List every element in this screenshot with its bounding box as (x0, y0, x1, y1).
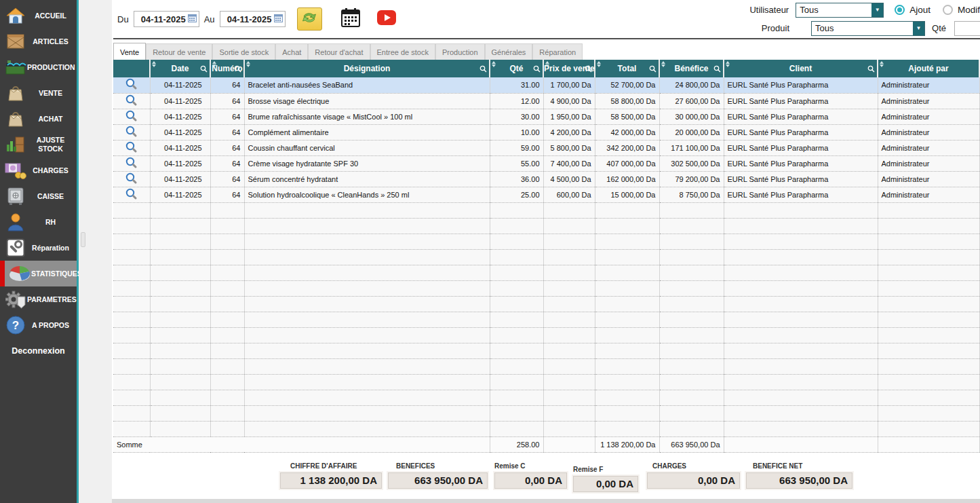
cell-benefice: 79 200,00 Da (659, 171, 724, 187)
col-designation[interactable]: Désignation (244, 60, 490, 77)
table-row[interactable]: 04-11-2025 64 Brume rafraîchissante visa… (113, 109, 979, 124)
sort-arrows-icon[interactable] (212, 61, 216, 67)
table-row[interactable]: 04-11-2025 64 Sérum concentré hydratant … (113, 171, 979, 187)
sort-arrows-icon[interactable] (726, 61, 730, 67)
chevron-down-icon[interactable]: ▼ (913, 22, 924, 35)
magnifier-icon[interactable] (125, 78, 138, 90)
search-icon[interactable] (479, 65, 487, 75)
calendar-icon (340, 7, 361, 31)
ajout-radio[interactable]: Ajout (895, 5, 930, 15)
search-icon[interactable] (200, 65, 208, 75)
cell-prix: 5 800,00 Da (543, 140, 595, 155)
cell-client: EURL Santé Plus Parapharma (724, 77, 878, 93)
col-numero[interactable]: Numéro (210, 60, 244, 77)
calendar-small-icon[interactable] (188, 14, 197, 24)
search-icon[interactable] (649, 65, 656, 75)
shopping-bag-icon (4, 108, 27, 130)
tab-generales[interactable]: Générales (485, 43, 533, 60)
tab-vente[interactable]: Vente (113, 43, 146, 60)
sidebar-item-articles[interactable]: ARTICLES (0, 29, 77, 54)
utilisateur-select[interactable]: Tous ▼ (796, 3, 884, 18)
magnifier-icon[interactable] (125, 126, 138, 138)
cell-benefice: 30 000,00 Da (659, 109, 724, 124)
logout-button[interactable]: Deconnexion (0, 346, 77, 356)
sidebar-item-accueil[interactable]: ACCUEIL (0, 3, 77, 29)
remise-c-box: Remise C 0,00 DA (494, 462, 567, 489)
search-icon[interactable] (867, 65, 875, 75)
table-row[interactable]: 04-11-2025 64 Coussin chauffant cervical… (113, 140, 979, 155)
col-total[interactable]: Total (595, 60, 659, 77)
sidebar-item-reparation[interactable]: Réparation (0, 235, 77, 261)
modif-radio[interactable]: Modif (943, 5, 980, 15)
cell-benefice: 20 000,00 Da (659, 124, 724, 140)
table-row[interactable]: 04-11-2025 64 Bracelet anti-nausées SeaB… (113, 77, 979, 93)
date-to-field[interactable]: 04-11-2025 (220, 11, 286, 27)
table-row[interactable]: 04-11-2025 64 Crème visage hydratante SP… (113, 155, 979, 171)
table-row[interactable]: 04-11-2025 64 Brosse visage électrique 1… (113, 93, 979, 109)
magnifier-icon[interactable] (125, 141, 138, 153)
search-icon[interactable] (234, 65, 241, 75)
sidebar-item-achat[interactable]: ACHAT (0, 106, 77, 132)
cell-prix: 1 700,00 Da (543, 77, 595, 93)
cell-numero: 64 (210, 187, 244, 202)
qte-input[interactable] (954, 21, 980, 36)
col-client[interactable]: Client (724, 60, 878, 77)
magnifier-icon[interactable] (125, 94, 138, 107)
sort-arrows-icon[interactable] (880, 61, 884, 67)
sidebar-item-charges[interactable]: CHARGES (0, 157, 77, 183)
chevron-down-icon[interactable]: ▼ (871, 3, 883, 17)
sidebar-item-a-propos[interactable]: ? A PROPOS (0, 312, 77, 338)
sidebar-item-vente[interactable]: VENTE (0, 80, 77, 106)
splitter-grip[interactable] (81, 232, 85, 247)
tab-retour-de-vente[interactable]: Retour de vente (146, 43, 212, 60)
magnifier-icon[interactable] (125, 157, 138, 169)
sort-arrows-icon[interactable] (545, 61, 549, 67)
sidebar-item-rh[interactable]: RH (0, 209, 77, 235)
sidebar-item-caisse[interactable]: CAISSE (0, 183, 77, 209)
search-icon[interactable] (533, 65, 541, 75)
calendar-small-icon[interactable] (274, 14, 283, 24)
cell-date: 04-11-2025 (150, 155, 210, 171)
tab-achat[interactable]: Achat (275, 43, 308, 60)
produit-select[interactable]: Tous ▼ (811, 21, 925, 36)
col-prix-de-vente[interactable]: Prix de vente (543, 60, 595, 77)
magnifier-icon[interactable] (125, 172, 138, 185)
sidebar-item-parametres[interactable]: PARAMETRES (0, 286, 77, 312)
chiffre-affaire-box: CHIFFRE D'AFFAIRE 1 138 200,00 DA (280, 462, 382, 489)
youtube-button[interactable] (375, 8, 398, 30)
search-icon[interactable] (713, 65, 721, 75)
tab-entree-de-stock[interactable]: Entree de stock (370, 43, 435, 60)
tab-production[interactable]: Production (435, 43, 485, 60)
table-row[interactable]: 04-11-2025 64 Complément alimentaire 10.… (113, 124, 979, 140)
cell-total: 42 000,00 Da (595, 124, 659, 140)
col-date[interactable]: Date (150, 60, 210, 77)
tab-reparation[interactable]: Réparation (532, 43, 583, 60)
refresh-button[interactable] (297, 7, 322, 31)
table-row[interactable]: 04-11-2025 64 Solution hydroalcoolique «… (113, 187, 979, 202)
sort-arrows-icon[interactable] (152, 61, 156, 67)
tab-retour-dachat[interactable]: Retour d'achat (308, 43, 370, 60)
date-from-field[interactable]: 04-11-2025 (134, 11, 199, 27)
sort-arrows-icon[interactable] (246, 61, 250, 67)
sort-arrows-icon[interactable] (597, 61, 601, 67)
sidebar-item-statistiques[interactable]: STATISTIQUES (0, 261, 77, 286)
search-icon[interactable] (585, 65, 592, 75)
col-ajoute-par[interactable]: Ajouté par (878, 60, 979, 77)
sort-arrows-icon[interactable] (661, 61, 665, 67)
calendar-button[interactable] (339, 7, 362, 31)
col-benefice[interactable]: Bénéfice (659, 60, 724, 77)
cell-total: 58 500,00 Da (595, 109, 659, 124)
magnifier-icon[interactable] (125, 188, 138, 200)
empty-row (113, 343, 979, 358)
topbar: Du 04-11-2025 Au 04-11-2025 Utilisateur (112, 0, 980, 38)
sidebar-item-ajuste-stock[interactable]: AJUSTE STOCK (0, 132, 77, 157)
sidebar: ACCUEIL ARTICLES PRODUCTION VENTE ACHAT … (0, 0, 79, 503)
sort-arrows-icon[interactable] (492, 61, 496, 67)
magnifier-icon[interactable] (125, 110, 138, 122)
cell-ajoute-par: Administrateur (878, 124, 979, 140)
stock-adjust-icon (4, 134, 27, 155)
sidebar-item-production[interactable]: PRODUCTION (0, 54, 77, 80)
col-qte[interactable]: Qté (490, 60, 543, 77)
tab-sortie-de-stock[interactable]: Sortie de stock (212, 43, 275, 60)
cell-designation: Crème visage hydratante SPF 30 (244, 155, 490, 171)
